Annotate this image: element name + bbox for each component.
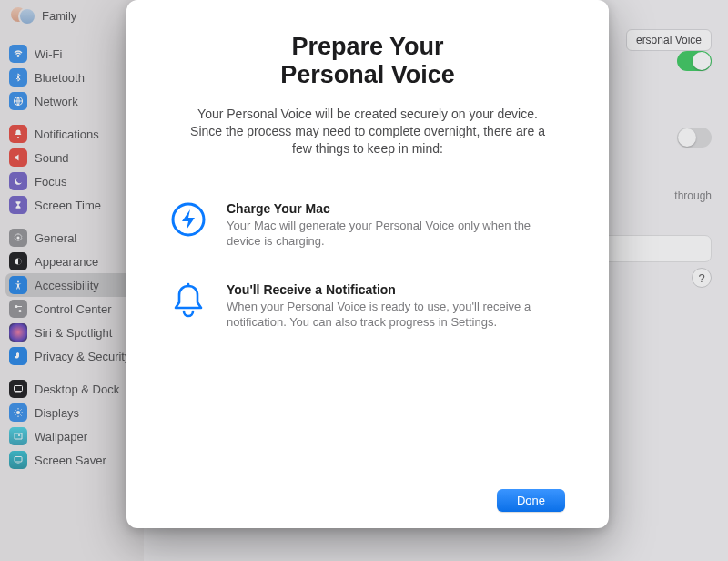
sidebar-item-label: Bluetooth: [35, 72, 85, 84]
svg-point-6: [19, 311, 21, 312]
sidebar-item-family[interactable]: Family: [0, 4, 144, 33]
sidebar-item-notifications[interactable]: Notifications: [0, 122, 144, 146]
prepare-personal-voice-modal: Prepare Your Personal Voice Your Persona…: [126, 0, 609, 528]
sidebar-item-accessibility[interactable]: Accessibility: [5, 273, 138, 297]
help-button[interactable]: ?: [692, 268, 712, 288]
sidebar-item-general[interactable]: General: [0, 226, 144, 250]
svg-point-2: [17, 237, 20, 240]
svg-rect-10: [15, 457, 22, 463]
sidebar-item-label: Wi-Fi: [35, 48, 62, 60]
personal-voice-chip[interactable]: ersonal Voice: [626, 29, 712, 51]
sound-icon: [9, 148, 27, 167]
sidebar-item-control-center[interactable]: Control Center: [0, 297, 144, 321]
sidebar-item-network[interactable]: Network: [0, 89, 144, 113]
sidebar-item-label: Desktop & Dock: [35, 383, 119, 395]
display-icon: [9, 403, 27, 422]
sidebar-item-displays[interactable]: Displays: [0, 401, 144, 424]
sidebar-item-screen-time[interactable]: Screen Time: [0, 193, 144, 217]
sidebar-item-label: Accessibility: [35, 280, 99, 291]
appearance-icon: [9, 252, 27, 270]
modal-row-title: Charge Your Mac: [227, 201, 565, 216]
accessibility-icon: [9, 276, 27, 294]
chip-label: ersonal Voice: [636, 34, 702, 46]
wifi-icon: [9, 45, 27, 63]
hand-icon: [9, 347, 27, 365]
sidebar-item-siri-spotlight[interactable]: Siri & Spotlight: [0, 321, 144, 344]
svg-rect-7: [15, 386, 23, 392]
sidebar-item-desktop-dock[interactable]: Desktop & Dock: [0, 377, 144, 401]
sidebar-item-label: Appearance: [35, 256, 98, 268]
switches-icon: [9, 300, 27, 318]
done-button-label: Done: [517, 494, 545, 507]
sidebar-item-label: Wallpaper: [35, 431, 87, 443]
moon-icon: [9, 172, 27, 190]
sidebar-item-label: Displays: [35, 407, 79, 419]
sidebar-item-label: Screen Time: [35, 199, 101, 211]
sidebar-item-label: Control Center: [35, 303, 112, 315]
modal-row-charge: Charge Your Mac Your Mac will generate y…: [170, 201, 565, 250]
sidebar-item-label: Notifications: [35, 128, 99, 140]
sidebar-item-focus[interactable]: Focus: [0, 169, 144, 193]
modal-row-notification: You'll Receive a Notification When your …: [170, 282, 565, 331]
sidebar-item-wallpaper[interactable]: Wallpaper: [0, 424, 144, 448]
sidebar-item-label: Sound: [35, 152, 69, 164]
sidebar-item-label: Screen Saver: [35, 454, 106, 466]
svg-point-9: [18, 434, 20, 436]
sidebar-item-label: Network: [35, 96, 78, 107]
modal-row-body: When your Personal Voice is ready to use…: [227, 299, 565, 331]
siri-icon: [9, 323, 27, 342]
gear-icon: [9, 229, 27, 247]
modal-row-body: Your Mac will generate your Personal Voi…: [227, 218, 565, 250]
settings-sidebar: Family Wi-Fi Bluetooth Network Notificat…: [0, 0, 144, 561]
modal-title: Prepare Your Personal Voice: [170, 33, 565, 89]
bell-outline-icon: [171, 282, 206, 331]
sidebar-item-label: Siri & Spotlight: [35, 327, 112, 339]
bluetooth-icon: [9, 68, 27, 87]
hourglass-icon: [9, 196, 27, 214]
modal-subtitle: Your Personal Voice will be created secu…: [170, 106, 565, 158]
sidebar-item-wifi[interactable]: Wi-Fi: [0, 42, 144, 66]
done-button[interactable]: Done: [497, 489, 565, 512]
sidebar-item-privacy-security[interactable]: Privacy & Security: [0, 344, 144, 368]
help-glyph: ?: [698, 271, 704, 285]
dock-icon: [9, 380, 27, 398]
bell-icon: [9, 125, 27, 143]
svg-point-4: [17, 281, 19, 283]
sidebar-item-sound[interactable]: Sound: [0, 146, 144, 169]
sidebar-item-appearance[interactable]: Appearance: [0, 250, 144, 273]
family-avatar-stack: [9, 5, 35, 26]
sidebar-item-label: Family: [42, 9, 76, 23]
bolt-circle-icon: [170, 201, 207, 250]
modal-row-title: You'll Receive a Notification: [227, 282, 565, 297]
network-icon: [9, 92, 27, 110]
toggle-1[interactable]: [677, 51, 712, 71]
svg-point-0: [17, 56, 19, 57]
sidebar-item-bluetooth[interactable]: Bluetooth: [0, 66, 144, 89]
sidebar-item-label: General: [35, 232, 76, 244]
svg-point-8: [16, 411, 20, 414]
svg-point-5: [15, 306, 17, 308]
sidebar-item-label: Focus: [35, 176, 66, 188]
wallpaper-icon: [9, 427, 27, 445]
screensaver-icon: [9, 451, 27, 469]
sidebar-item-label: Privacy & Security: [35, 351, 130, 362]
sidebar-item-screen-saver[interactable]: Screen Saver: [0, 448, 144, 472]
toggle-2[interactable]: [677, 128, 712, 148]
